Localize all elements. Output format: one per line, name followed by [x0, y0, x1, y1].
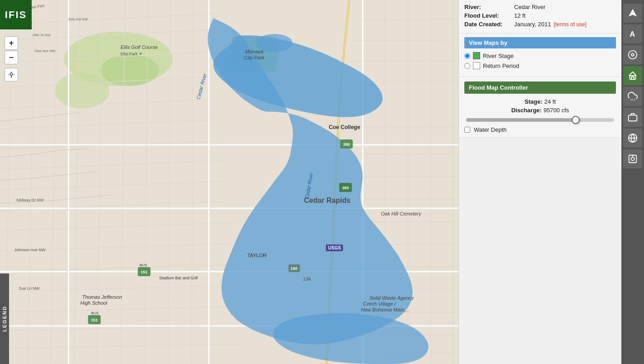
- terms-of-use-link[interactable]: [terms of use]: [553, 21, 587, 28]
- globe-icon-button[interactable]: [623, 129, 642, 148]
- discharge-value: 95700 cfs: [544, 107, 569, 114]
- right-panel: River: Cedar River Flood Level: 12 ft Da…: [458, 0, 621, 364]
- map-container: 380 151 151 BUS BUS 380 19A 160 Ellis Go…: [0, 0, 458, 364]
- svg-point-106: [631, 157, 634, 160]
- date-created-label: Date Created:: [464, 21, 514, 28]
- water-depth-label[interactable]: Water Depth: [474, 126, 507, 133]
- ifis-logo-text: IFIS: [5, 9, 27, 21]
- river-value: Cedar River: [514, 4, 545, 10]
- stage-slider-thumb[interactable]: [572, 116, 580, 124]
- stage-label: Stage:: [525, 98, 543, 105]
- text-icon-button[interactable]: A: [623, 24, 642, 43]
- stage-row: Stage: 24 ft: [464, 98, 616, 105]
- flood-level-label: Flood Level:: [464, 12, 514, 19]
- flood-level-value: 12 ft: [514, 12, 525, 19]
- svg-text:Thomas Jefferson: Thomas Jefferson: [82, 294, 122, 300]
- river-label: River:: [464, 4, 514, 10]
- water-depth-checkbox[interactable]: [464, 127, 470, 133]
- svg-text:151: 151: [91, 318, 98, 322]
- stage-slider-container[interactable]: [464, 118, 616, 122]
- rain-icon-button[interactable]: [623, 87, 642, 106]
- svg-rect-103: [629, 115, 637, 121]
- svg-text:29th St NW: 29th St NW: [33, 33, 51, 37]
- map-controls: + −: [5, 36, 18, 81]
- return-period-label[interactable]: Return Period: [483, 62, 519, 69]
- usgs-marker: USGS: [326, 244, 343, 251]
- water-depth-row: Water Depth: [464, 126, 616, 133]
- svg-text:New Bohemia Main...: New Bohemia Main...: [361, 307, 409, 312]
- discharge-label: Discharge:: [511, 107, 542, 114]
- svg-text:Coe College: Coe College: [329, 124, 361, 130]
- svg-text:City Park: City Park: [244, 55, 265, 60]
- svg-text:BUS: BUS: [139, 263, 147, 267]
- svg-text:TAYLOR: TAYLOR: [248, 253, 267, 258]
- map-background: 380 151 151 BUS BUS 380 19A 160 Ellis Go…: [0, 0, 458, 364]
- date-created-row: Date Created: January, 2011 [terms of us…: [464, 21, 616, 28]
- svg-text:BUS: BUS: [91, 311, 98, 315]
- svg-text:High School: High School: [81, 300, 108, 306]
- svg-text:Johnson Ave NW: Johnson Ave NW: [14, 248, 46, 252]
- svg-text:Sue Ln NW: Sue Ln NW: [19, 286, 40, 291]
- svg-text:Czech Village /: Czech Village /: [363, 301, 396, 307]
- legend-label: LEGEND: [2, 306, 7, 332]
- river-stage-label[interactable]: River Stage: [483, 53, 514, 59]
- satellite-icon-button[interactable]: [623, 45, 642, 64]
- flood-level-row: Flood Level: 12 ft: [464, 12, 616, 19]
- svg-point-98: [631, 53, 634, 56]
- svg-text:19A: 19A: [303, 277, 311, 282]
- stage-value: 24 ft: [544, 98, 556, 105]
- ifis-logo[interactable]: IFIS: [0, 0, 32, 29]
- flood-controller-header: Flood Map Controller: [464, 81, 616, 94]
- camera-icon-button[interactable]: [623, 149, 642, 168]
- svg-text:Cedar Rapids: Cedar Rapids: [304, 196, 351, 204]
- return-period-swatch: [473, 62, 480, 69]
- svg-text:380: 380: [343, 142, 350, 147]
- svg-text:160: 160: [291, 266, 297, 271]
- discharge-row: Discharge: 95700 cfs: [464, 107, 616, 114]
- river-stage-radio[interactable]: [464, 53, 470, 59]
- svg-text:Stadium Bar and Grill: Stadium Bar and Grill: [159, 276, 198, 280]
- svg-line-26: [349, 61, 459, 61]
- svg-text:Oak Hill Cemetery: Oak Hill Cemetery: [381, 211, 422, 216]
- home-icon-button[interactable]: [623, 66, 642, 85]
- svg-text:Ellis Park ✦: Ellis Park ✦: [121, 52, 143, 56]
- briefcase-icon-button[interactable]: [623, 108, 642, 127]
- river-stage-swatch: [473, 52, 480, 59]
- icon-bar: A: [621, 0, 644, 364]
- date-created-value: January, 2011: [514, 21, 551, 28]
- zoom-out-button[interactable]: −: [5, 51, 18, 64]
- return-period-row: Return Period: [464, 62, 616, 69]
- svg-text:Ellis Golf Course: Ellis Golf Course: [121, 44, 158, 50]
- svg-text:380: 380: [342, 186, 349, 190]
- location-button[interactable]: [5, 68, 18, 81]
- info-panel: River: Cedar River Flood Level: 12 ft Da…: [459, 0, 621, 34]
- svg-text:Ellis Rd NW: Ellis Rd NW: [69, 17, 88, 21]
- svg-text:Zika Ave NW: Zika Ave NW: [35, 49, 56, 53]
- stage-slider-track[interactable]: [466, 118, 614, 122]
- svg-text:151: 151: [141, 270, 148, 274]
- svg-text:A: A: [630, 30, 635, 38]
- svg-point-96: [10, 73, 12, 75]
- zoom-in-button[interactable]: +: [5, 36, 18, 50]
- svg-text:Solid Waste Agency: Solid Waste Agency: [370, 295, 415, 301]
- flood-controller-section: Flood Map Controller Stage: 24 ft Discha…: [459, 77, 621, 138]
- river-row: River: Cedar River: [464, 4, 616, 10]
- navigation-icon-button[interactable]: [623, 4, 642, 23]
- svg-rect-99: [630, 76, 636, 79]
- view-maps-section: View Maps by River Stage Return Period: [459, 34, 621, 77]
- legend-sidebar: LEGEND: [0, 273, 9, 364]
- view-maps-header: View Maps by: [464, 37, 616, 48]
- river-stage-row: River Stage: [464, 52, 616, 59]
- return-period-radio[interactable]: [464, 63, 470, 69]
- svg-text:Mohawk: Mohawk: [245, 49, 264, 54]
